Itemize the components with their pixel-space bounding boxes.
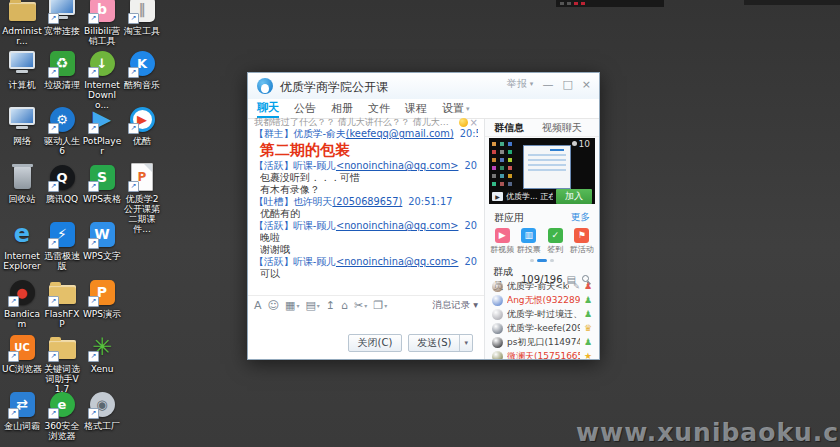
desktop-icon-uc-browser[interactable]: UC↗UC浏览器 (2, 332, 42, 374)
window-tab-3[interactable]: 相册 (331, 99, 353, 118)
desktop-icon-thunder[interactable]: ⚡↗迅雷极速版 (42, 219, 82, 271)
page-dot-active[interactable] (537, 259, 547, 262)
desktop-icon-label: WPS演示 (82, 309, 122, 319)
panel-tabbar: 群信息视频聊天 (485, 119, 599, 137)
page-dot[interactable] (550, 259, 554, 262)
desktop-icon-kugou-music[interactable]: K↗酷狗音乐 (122, 48, 162, 90)
sender-contact-link[interactable]: (2050689657) (332, 196, 402, 207)
desktop-icon-trash-cleaner[interactable]: ♻↗垃圾清理 (42, 48, 82, 90)
group-app-2[interactable]: ▥群投票 (516, 228, 543, 255)
member-row[interactable]: 微澜天(157516650)★ (485, 349, 599, 359)
report-caret-icon[interactable]: ▾ (530, 80, 534, 88)
maximize-button[interactable]: □ (562, 78, 572, 91)
send-options-caret-icon[interactable]: ▾ (459, 335, 472, 351)
panel-tab-1[interactable]: 群信息 (494, 121, 524, 135)
member-row[interactable]: 优质学-时过境迁、口(...♟ (485, 307, 599, 321)
desktop-icon-bandicam[interactable]: ●↗Bandicam (2, 277, 42, 329)
desktop-icon-drive-genius[interactable]: ⚙↗驱动人生6 (42, 104, 82, 156)
shortcut-arrow-icon: ↗ (88, 67, 99, 78)
close-chat-button[interactable]: 关闭(C) (348, 334, 403, 352)
window-tab-4[interactable]: 文件 (368, 99, 390, 118)
emoticon-icon[interactable]: ☺ (268, 299, 279, 312)
member-row[interactable]: 优质学-俞夫<keef✎♟ (485, 279, 599, 293)
send-button[interactable]: 发送(S) ▾ (408, 334, 473, 352)
wps-show-icon: P↗ (87, 277, 117, 307)
desktop-icon-course-ppt[interactable]: P↗优质学2公开课第二期课件... (122, 162, 162, 234)
message-history-button[interactable]: 消息记录 ▾ (432, 299, 478, 312)
desktop-icon-kingsoft-powerword[interactable]: ⇄↗金山词霸 (2, 389, 42, 431)
screenshot-icon[interactable]: ✂▾ (354, 299, 367, 312)
send-button-label[interactable]: 发送(S) (409, 335, 459, 351)
close-window-button[interactable]: × (582, 78, 591, 91)
desktop-icon-label: UC浏览器 (2, 364, 42, 374)
window-tab-6[interactable]: 设置▾ (442, 99, 470, 118)
shortcut-arrow-icon: ↗ (48, 296, 59, 307)
thumb-icon (508, 182, 512, 186)
sender-contact-link[interactable]: <nonoinchina@qq.com> (336, 256, 459, 267)
quick-reply-icon[interactable]: ❐▾ (373, 299, 387, 312)
edit-card-icon[interactable]: ✎ (573, 282, 580, 291)
group-app-3[interactable]: ✓签到 (542, 228, 569, 255)
upload-icon[interactable]: ↥ (326, 299, 335, 312)
page-dot[interactable] (530, 259, 534, 262)
desktop-icon-taobao-tool[interactable]: ‖↗淘宝工具 (122, 0, 162, 36)
more-apps-link[interactable]: 更多 (571, 211, 590, 225)
desktop-icon-computer[interactable]: 计算机 (2, 48, 42, 90)
desktop-icon-format-factory[interactable]: ◉↗格式工厂 (82, 389, 122, 431)
desktop-icon-wps-sheet[interactable]: S↗WPS表格 (82, 162, 122, 204)
member-row[interactable]: ps初见口(1149742013)♟ (485, 335, 599, 349)
join-video-button[interactable]: 加入 (556, 189, 592, 204)
notice-close-icon[interactable]: × (470, 117, 478, 128)
member-row[interactable]: Ang无恨(93228912)♟ (485, 293, 599, 307)
desktop-icon-360-browser[interactable]: e↗360安全浏览器 (42, 389, 82, 441)
member-name: 优质学-时过境迁、口(... (507, 308, 580, 321)
sender-name: 听课-顾儿 (293, 160, 336, 171)
font-icon[interactable]: A (254, 299, 262, 312)
desktop-icon-wps-writer[interactable]: W↗WPS文字 (82, 219, 122, 261)
desktop-icon-network[interactable]: 网络 (2, 104, 42, 146)
window-tab-1[interactable]: 聊天 (257, 99, 279, 118)
desktop-icon-recycle-bin[interactable]: 回收站 (2, 162, 42, 204)
360-browser-icon: e↗ (47, 389, 77, 419)
desktop-icon-tencent-qq[interactable]: Q↗腾讯QQ (42, 162, 82, 204)
sender-contact-link[interactable]: <nonoinchina@qq.com> (336, 160, 459, 171)
desktop-icon-broadband[interactable]: ↗宽带连接 (42, 0, 82, 36)
expression-icon[interactable]: ▦▾ (285, 299, 299, 312)
desktop-icon-internet-download-manager[interactable]: ↓↗Internet Downlo... (82, 48, 122, 110)
desktop-icon-administrator[interactable]: Administr... (2, 0, 42, 46)
desktop-icon-wps-show[interactable]: P↗WPS演示 (82, 277, 122, 319)
message-sender-line: 【活跃】听课-顾儿<nonoinchina@qq.com>20:53:52 (254, 256, 478, 268)
apps-pagination-dots[interactable] (485, 259, 599, 262)
desktop-icon-youku[interactable]: ▶↗优酷 (122, 104, 162, 146)
desktop-icon-keyword-helper[interactable]: ↗关键词选词助手V1.7 (42, 332, 82, 394)
thumb-icon (508, 142, 512, 146)
desktop: Administr...↗宽带连接b↗Bilibili营销工具‖↗淘宝工具计算机… (0, 0, 840, 447)
window-titlebar[interactable]: 优质学商学院公开课 举报 ▾ — □ × (248, 73, 599, 99)
group-app-1[interactable]: ▶群视频 (489, 228, 516, 255)
thumb-icon (492, 182, 496, 186)
desktop-icon-xenu[interactable]: ✳↗Xenu (82, 332, 122, 374)
caret-icon: ▾ (384, 302, 387, 309)
window-tab-2[interactable]: 公告 (294, 99, 316, 118)
group-video-preview[interactable]: 10 ▶ 优质学... 正在视频 加入 (489, 138, 595, 204)
member-tag: 【活跃】 (254, 160, 293, 171)
panel-tab-2[interactable]: 视频聊天 (542, 121, 582, 135)
desktop-icon-potplayer[interactable]: ▶↗PotPlayer (82, 104, 122, 156)
member-name: 优质学-俞夫<keef (507, 280, 569, 293)
minimize-button[interactable]: — (542, 78, 553, 91)
sender-contact-link[interactable]: <nonoinchina@qq.com> (336, 220, 459, 231)
desktop-icon-internet-explorer[interactable]: eInternet Explorer (2, 219, 42, 271)
member-row[interactable]: 优质学-keefe(2099267...)♛ (485, 321, 599, 335)
image-icon[interactable]: ▤▾ (305, 299, 319, 312)
message-area[interactable]: 我都错过了什么？？ 倩儿大讲什么？？ 倩儿大哥打没动她们 × 【群主】优质学-俞… (248, 117, 484, 293)
group-app-4[interactable]: ⚑群活动 (569, 228, 596, 255)
report-button[interactable]: 举报 (507, 77, 527, 91)
member-tag: 【活跃】 (254, 220, 293, 231)
desktop-icon-label: WPS文字 (82, 251, 122, 261)
toolbar-dot (560, 2, 564, 5)
desktop-icon-flashfxp[interactable]: ↗FlashFXP (42, 277, 82, 329)
sender-contact-link[interactable]: (keefeqq@gmail.com) (346, 128, 454, 139)
shake-window-icon[interactable]: ⌂ (341, 299, 348, 312)
window-tab-5[interactable]: 课程 (405, 99, 427, 118)
desktop-icon-bilibili-tool[interactable]: b↗Bilibili营销工具 (82, 0, 122, 46)
